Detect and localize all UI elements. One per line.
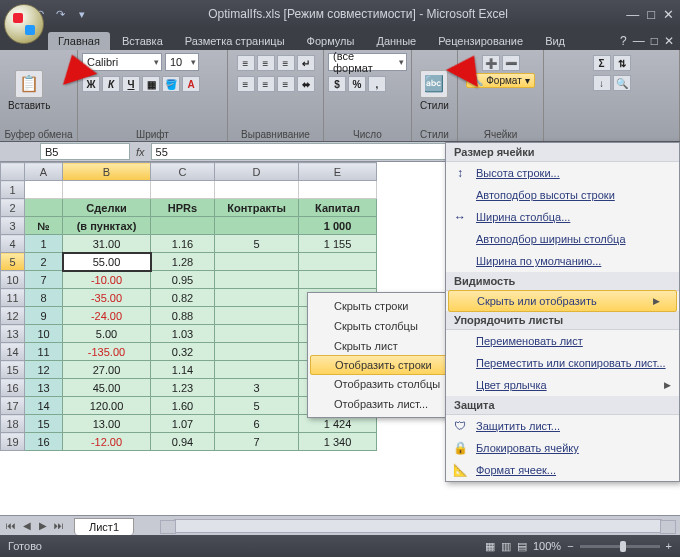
find-button[interactable]: 🔍 (613, 75, 631, 91)
fmt-autofit-row[interactable]: Автоподбор высоты строки (446, 184, 679, 206)
border-button[interactable]: ▦ (142, 76, 160, 92)
tab-insert[interactable]: Вставка (112, 32, 173, 50)
cell[interactable] (215, 271, 299, 289)
zoom-slider[interactable] (580, 545, 660, 548)
fmt-format-cells[interactable]: 📐Формат ячеек... (446, 459, 679, 481)
cell[interactable] (215, 325, 299, 343)
cell[interactable]: 7 (215, 433, 299, 451)
cell[interactable]: 27.00 (63, 361, 151, 379)
help-icon[interactable]: ? (620, 34, 627, 48)
tab-data[interactable]: Данные (366, 32, 426, 50)
sheet-nav-prev[interactable]: ◀ (20, 520, 34, 531)
underline-button[interactable]: Ч (122, 76, 140, 92)
qat-more-icon[interactable]: ▾ (73, 6, 90, 23)
cell[interactable]: 0.95 (151, 271, 215, 289)
fx-icon[interactable]: fx (136, 146, 145, 158)
col-header-d[interactable]: D (215, 163, 299, 181)
mdi-restore-icon[interactable]: □ (651, 34, 658, 48)
mdi-minimize-icon[interactable]: — (633, 34, 645, 48)
row-header[interactable]: 19 (1, 433, 25, 451)
cell[interactable]: 1.16 (151, 235, 215, 253)
row-header[interactable]: 5 (1, 253, 25, 271)
font-color-button[interactable]: A (182, 76, 200, 92)
fmt-autofit-col[interactable]: Автоподбор ширины столбца (446, 228, 679, 250)
cell[interactable]: 5 (215, 235, 299, 253)
cell[interactable]: 120.00 (63, 397, 151, 415)
align-center[interactable]: ≡ (257, 76, 275, 92)
cell[interactable]: 1.07 (151, 415, 215, 433)
cell[interactable]: 3 (215, 379, 299, 397)
row-header[interactable]: 4 (1, 235, 25, 253)
ctx-hide-sheet[interactable]: Скрыть лист (308, 336, 458, 356)
row-header[interactable]: 11 (1, 289, 25, 307)
fmt-col-width[interactable]: ↔Ширина столбца... (446, 206, 679, 228)
cell[interactable]: 6 (215, 415, 299, 433)
cell[interactable]: 5.00 (63, 325, 151, 343)
minimize-icon[interactable]: — (626, 7, 639, 22)
paste-button[interactable]: 📋Вставить (4, 68, 54, 113)
fmt-default-width[interactable]: Ширина по умолчанию... (446, 250, 679, 272)
tab-page-layout[interactable]: Разметка страницы (175, 32, 295, 50)
cell[interactable]: 9 (25, 307, 63, 325)
fmt-lock-cell[interactable]: 🔒Блокировать ячейку (446, 437, 679, 459)
cell[interactable] (215, 361, 299, 379)
align-mid[interactable]: ≡ (257, 55, 275, 71)
cell[interactable]: 5 (215, 397, 299, 415)
cell[interactable]: -24.00 (63, 307, 151, 325)
cell[interactable]: 0.94 (151, 433, 215, 451)
cell[interactable]: 31.00 (63, 235, 151, 253)
ctx-hide-columns[interactable]: Скрыть столбцы (308, 316, 458, 336)
tab-formulas[interactable]: Формулы (297, 32, 365, 50)
sheet-nav-last[interactable]: ⏭ (52, 520, 66, 531)
fill-button[interactable]: ↓ (593, 75, 611, 91)
name-box[interactable]: B5 (40, 143, 130, 160)
ctx-unhide-rows[interactable]: Отобразить строки (310, 355, 456, 375)
cell[interactable]: 1.03 (151, 325, 215, 343)
mdi-close-icon[interactable]: ✕ (664, 34, 674, 48)
cell[interactable]: 1.28 (151, 253, 215, 271)
wrap-button[interactable]: ↵ (297, 55, 315, 71)
font-size-combo[interactable]: 10 (165, 53, 199, 71)
view-layout-icon[interactable]: ▥ (501, 540, 511, 553)
cell[interactable]: 13.00 (63, 415, 151, 433)
row-header[interactable]: 13 (1, 325, 25, 343)
cell[interactable]: 0.88 (151, 307, 215, 325)
tab-view[interactable]: Вид (535, 32, 575, 50)
row-header[interactable]: 18 (1, 415, 25, 433)
cell[interactable]: 10 (25, 325, 63, 343)
row-header[interactable]: 3 (1, 217, 25, 235)
cell[interactable]: 1.60 (151, 397, 215, 415)
ctx-hide-rows[interactable]: Скрыть строки (308, 296, 458, 316)
align-bot[interactable]: ≡ (277, 55, 295, 71)
sheet-tab-1[interactable]: Лист1 (74, 518, 134, 535)
col-header-e[interactable]: E (299, 163, 377, 181)
row-header[interactable]: 15 (1, 361, 25, 379)
comma-button[interactable]: , (368, 76, 386, 92)
fmt-rename-sheet[interactable]: Переименовать лист (446, 330, 679, 352)
fmt-tab-color[interactable]: Цвет ярлычка▶ (446, 374, 679, 396)
tab-home[interactable]: Главная (48, 32, 110, 50)
italic-button[interactable]: К (102, 76, 120, 92)
sheet-nav-next[interactable]: ▶ (36, 520, 50, 531)
cell[interactable]: 11 (25, 343, 63, 361)
cell[interactable]: 13 (25, 379, 63, 397)
office-button[interactable] (4, 4, 44, 44)
fmt-row-height[interactable]: ↕Высота строки... (446, 162, 679, 184)
cell[interactable]: -12.00 (63, 433, 151, 451)
tab-review[interactable]: Рецензирование (428, 32, 533, 50)
delete-cells[interactable]: ➖ (502, 55, 520, 71)
redo-icon[interactable]: ↷ (52, 6, 69, 23)
cell[interactable]: 12 (25, 361, 63, 379)
align-left[interactable]: ≡ (237, 76, 255, 92)
cell[interactable] (299, 271, 377, 289)
cell[interactable] (215, 253, 299, 271)
zoom-in-icon[interactable]: + (666, 540, 672, 552)
cell[interactable]: 8 (25, 289, 63, 307)
cell[interactable] (215, 289, 299, 307)
horizontal-scrollbar[interactable] (174, 519, 662, 533)
col-header-b[interactable]: B (63, 163, 151, 181)
cell[interactable]: 15 (25, 415, 63, 433)
row-header[interactable]: 14 (1, 343, 25, 361)
cell[interactable] (215, 307, 299, 325)
cell[interactable]: -35.00 (63, 289, 151, 307)
